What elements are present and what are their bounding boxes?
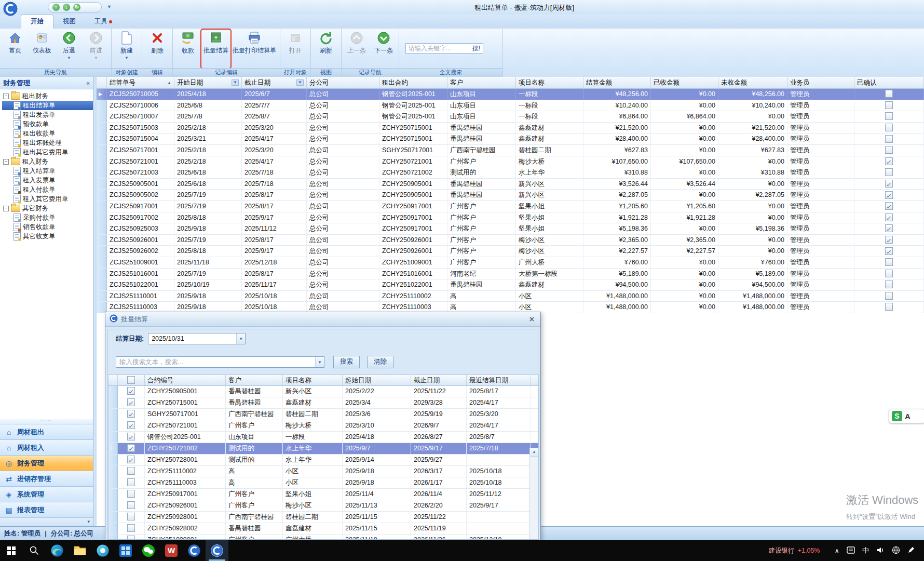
back-button[interactable]: 后退 ▼ [56, 30, 83, 68]
grid-row[interactable]: ZCJS2507210012025/2/182025/4/17总公司ZCHY25… [97, 156, 924, 168]
module-overflow-strip[interactable]: ▾ [0, 517, 93, 526]
tree-item[interactable]: 租出结算单 [2, 101, 93, 110]
grid-header-cell[interactable]: 租出合约 [379, 77, 447, 88]
grid-header-cell[interactable]: 分公司 [307, 77, 379, 88]
tree-item[interactable]: 其它收支单 [2, 232, 93, 241]
tree-item[interactable]: 采购付款单 [2, 213, 93, 222]
confirmed-checkbox[interactable] [885, 124, 893, 131]
delete-button[interactable]: 删除 [144, 30, 171, 68]
grid-row[interactable]: ZCJS2509260022025/8/182025/9/17总公司ZCHY25… [97, 246, 924, 257]
grid-header-cell[interactable]: 截止日期 [411, 375, 467, 385]
start-button[interactable] [0, 540, 23, 561]
module-item[interactable]: ⌂周材租出 [0, 424, 93, 439]
contract-checkbox[interactable] [127, 444, 135, 452]
module-item[interactable]: ⌂周材租入 [0, 439, 93, 455]
confirmed-checkbox[interactable] [885, 90, 893, 98]
contract-checkbox[interactable] [127, 524, 135, 532]
confirmed-checkbox[interactable] [885, 180, 893, 188]
grid-header-cell[interactable]: 已收金额 [651, 77, 718, 88]
tray-speaker-icon[interactable] [876, 546, 885, 555]
dialog-clear-button[interactable]: 清除 [367, 356, 393, 368]
dialog-scrollbar[interactable]: ▲ ≡ [529, 448, 538, 539]
contract-checkbox[interactable] [127, 433, 135, 440]
header-glyph-icon[interactable]: ▲ [167, 81, 171, 85]
tree-item[interactable]: −租出财务 [2, 91, 93, 101]
confirmed-checkbox[interactable] [885, 280, 893, 288]
grid-row[interactable]: ZCJS2509170022025/8/182025/9/17总公司ZCHY25… [97, 212, 924, 224]
confirmed-checkbox[interactable] [885, 101, 893, 109]
forward-dropdown-icon[interactable]: ▼ [94, 56, 98, 60]
app-taskbar-icon-active[interactable] [206, 540, 228, 561]
edge-icon[interactable] [46, 540, 69, 561]
grid-header-cell[interactable] [97, 77, 107, 88]
contract-checkbox[interactable] [127, 513, 135, 520]
contract-checkbox[interactable] [127, 467, 135, 475]
grid-row[interactable]: ZCJS2507100062025/6/82025/7/7总公司钢管公司2025… [97, 100, 924, 112]
confirmed-checkbox[interactable] [885, 157, 893, 165]
contract-row[interactable]: 钢管公司2025-001山东项目一标段2025/4/182026/8/27202… [108, 432, 538, 443]
qat-dropdown-icon[interactable]: ▼ [107, 4, 112, 9]
tree-item[interactable]: 租出坏账处理 [2, 138, 93, 148]
scroll-up-icon[interactable]: ▲ [530, 448, 538, 457]
confirmed-checkbox[interactable] [885, 202, 893, 210]
contract-checkbox[interactable] [127, 421, 135, 429]
select-all-checkbox-cell[interactable] [118, 375, 145, 385]
app-taskbar-icon[interactable] [183, 540, 206, 561]
new-dropdown-icon[interactable]: ▼ [125, 56, 129, 60]
confirmed-checkbox[interactable] [885, 191, 893, 199]
previous-record-button[interactable]: 上一条 [343, 30, 370, 68]
new-button[interactable]: 新建 ▼ [113, 30, 140, 68]
dialog-search-input[interactable]: 输入搜索文本，搜索... ▼ [116, 356, 324, 368]
confirmed-checkbox[interactable] [885, 224, 893, 232]
tree-item[interactable]: 租入结算单 [2, 166, 93, 176]
contract-row[interactable]: ZCHY250928002番禺碧桂园鑫磊建材2025/11/152025/11/… [108, 523, 538, 535]
module-item[interactable]: ◈系统管理 [0, 486, 93, 502]
grid-row[interactable]: ZCJS2510090012025/11/182025/12/18总公司ZCHY… [97, 257, 924, 269]
tree-item[interactable]: −租入财务 [2, 157, 93, 166]
search-dropdown-icon[interactable]: ▼ [315, 357, 324, 367]
grid-header-cell[interactable]: 业务员 [787, 77, 854, 88]
grid-row[interactable]: ZCJS2509050012025/6/182025/7/18总公司ZCHY25… [97, 179, 924, 190]
tray-network-icon[interactable] [892, 546, 900, 556]
tab-start[interactable]: 开始 [21, 15, 53, 29]
collapse-node-icon[interactable]: − [3, 159, 9, 165]
grid-row[interactable]: ZCJS2510220012025/10/192025/11/17总公司ZCHY… [97, 279, 924, 291]
contract-row[interactable]: ZCHY250905001番禺碧桂园新兴小区2025/2/222025/11/2… [108, 386, 538, 397]
contract-checkbox[interactable] [127, 410, 135, 418]
tree-item[interactable]: 租入其它费用单 [2, 194, 93, 204]
grid-header-cell[interactable]: 结算金额 [583, 77, 651, 88]
grid-row[interactable]: ZCJS2507170012025/2/182025/3/20总公司SGHY25… [97, 145, 924, 156]
confirmed-checkbox[interactable] [885, 270, 893, 277]
tree-item[interactable]: 预收款单 [2, 119, 93, 129]
wechat-icon[interactable] [137, 540, 160, 561]
grid-header-cell[interactable]: 已确认 [854, 77, 924, 88]
next-record-button[interactable]: 下一条 [370, 30, 397, 68]
contract-checkbox[interactable] [127, 398, 135, 406]
dashboard-button[interactable]: 仪表板 [29, 30, 56, 68]
grid-row[interactable]: ZCJS2507100072025/7/82025/8/7总公司钢管公司2025… [97, 111, 924, 123]
contract-row[interactable]: ZCHY250721001广州客户梅沙大桥2025/3/102026/9/720… [108, 420, 538, 432]
contract-row[interactable]: ZCHY250926001广州客户梅沙小区2025/11/132026/2/20… [108, 500, 538, 512]
confirmed-checkbox[interactable] [885, 146, 893, 154]
splitter-handle[interactable]: ····· [0, 419, 93, 424]
grid-header-cell[interactable]: 客户 [226, 375, 283, 385]
grid-header-cell[interactable]: 客户 [447, 77, 516, 88]
dialog-search-button[interactable]: 搜索 [333, 356, 360, 368]
home-button[interactable]: 首页 [2, 30, 29, 68]
collapse-node-icon[interactable]: − [3, 94, 9, 99]
contract-row[interactable]: ZCHY251110003高小区2025/9/182026/1/172025/1… [108, 477, 538, 489]
tray-pen-icon[interactable] [907, 546, 915, 555]
grid-row[interactable]: ZCJS2507210032025/6/182025/7/18总公司ZCHY25… [97, 167, 924, 179]
grid-header-cell[interactable]: 项目名称 [516, 77, 583, 88]
contract-row[interactable]: ZCHY250728001测试用的水上年华2025/9/142025/9/27 [108, 455, 538, 466]
grid-row[interactable]: ZCJS2511100012025/9/182025/10/18总公司ZCHY2… [97, 291, 924, 302]
confirmed-checkbox[interactable] [885, 213, 893, 221]
grid-header-cell[interactable]: 起始日期 [343, 375, 411, 385]
settle-date-combobox[interactable]: 2025/10/31 ▼ [148, 333, 246, 344]
open-button[interactable]: 打开 [282, 30, 309, 68]
grid-row[interactable]: ZCJS2507150042025/3/212025/4/17总公司ZCHY25… [97, 133, 924, 145]
confirmed-checkbox[interactable] [885, 112, 893, 120]
taskbar-search-icon[interactable] [23, 540, 46, 561]
contract-checkbox[interactable] [127, 478, 135, 486]
confirmed-checkbox[interactable] [885, 247, 893, 255]
